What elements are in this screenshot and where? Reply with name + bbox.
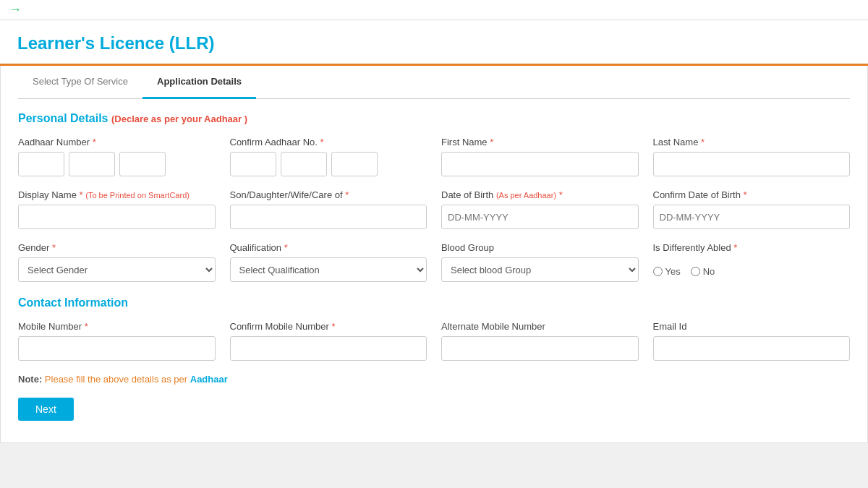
dob-group: Date of Birth (As per Aadhaar) * (441, 189, 639, 229)
tab-bar: Select Type Of Service Application Detai… (18, 66, 850, 99)
aadhaar-number-label: Aadhaar Number * (18, 137, 216, 147)
confirm-dob-input[interactable] (653, 205, 851, 229)
aadhaar-link: Aadhaar (190, 374, 228, 385)
son-daughter-label: Son/Daughter/Wife/Care of * (230, 189, 427, 200)
note-section: Note: Please fill the above details as p… (18, 374, 850, 385)
aadhaar-part1[interactable] (18, 152, 64, 176)
aadhaar-number-group: Aadhaar Number * (18, 137, 216, 176)
gender-select[interactable]: Select Gender Male Female Transgender (18, 257, 216, 282)
contact-info-title: Contact Information (18, 296, 850, 309)
confirm-aadhaar-input-group (230, 152, 427, 176)
confirm-dob-group: Confirm Date of Birth * (653, 189, 851, 229)
form-row-contact: Mobile Number * Confirm Mobile Number * … (18, 321, 850, 361)
differently-abled-yes[interactable]: Yes (653, 266, 681, 277)
dob-input[interactable] (441, 205, 639, 229)
alternate-mobile-label: Alternate Mobile Number (441, 321, 639, 332)
next-button[interactable]: Next (18, 398, 74, 421)
last-name-input[interactable] (653, 152, 851, 176)
son-daughter-group: Son/Daughter/Wife/Care of * (230, 189, 427, 229)
confirm-aadhaar-part1[interactable] (230, 152, 276, 176)
confirm-dob-label: Confirm Date of Birth * (653, 189, 851, 200)
mobile-number-group: Mobile Number * (18, 321, 216, 361)
last-name-label: Last Name * (653, 137, 851, 147)
logo-icon: → (9, 2, 22, 17)
qualification-label: Qualification * (230, 242, 427, 253)
page-title: Learner's Licence (LLR) (17, 33, 851, 53)
confirm-aadhaar-part2[interactable] (281, 152, 327, 176)
blood-group-label: Blood Group (441, 242, 639, 253)
personal-details-title: Personal Details (Declare as per your Aa… (18, 112, 850, 125)
confirm-mobile-input[interactable] (230, 336, 427, 361)
confirm-aadhaar-label: Confirm Aadhaar No. * (230, 137, 427, 147)
dob-label: Date of Birth (As per Aadhaar) * (441, 189, 639, 200)
blood-group-select[interactable]: Select blood Group A+ A- B+ B- O+ O- AB+… (441, 257, 639, 282)
email-group: Email Id (653, 321, 851, 361)
mobile-number-label: Mobile Number * (18, 321, 216, 332)
confirm-mobile-label: Confirm Mobile Number * (230, 321, 427, 332)
aadhaar-part3[interactable] (119, 152, 166, 176)
aadhaar-part2[interactable] (69, 152, 115, 176)
tab-application-details[interactable]: Application Details (142, 66, 256, 99)
aadhaar-input-group (18, 152, 216, 176)
mobile-number-input[interactable] (18, 336, 216, 361)
differently-abled-radio-group: Yes No (653, 259, 851, 283)
confirm-aadhaar-part3[interactable] (331, 152, 378, 176)
display-name-input[interactable] (18, 205, 216, 229)
email-input[interactable] (653, 336, 851, 361)
differently-abled-no[interactable]: No (691, 266, 715, 277)
gender-group: Gender * Select Gender Male Female Trans… (18, 242, 216, 283)
first-name-input[interactable] (441, 152, 639, 176)
form-row-2: Display Name * (To be Printed on SmartCa… (18, 189, 850, 229)
first-name-group: First Name * (441, 137, 639, 176)
alternate-mobile-input[interactable] (441, 336, 639, 361)
tab-select-service[interactable]: Select Type Of Service (18, 66, 142, 99)
gender-label: Gender * (18, 242, 216, 253)
confirm-aadhaar-group: Confirm Aadhaar No. * (230, 137, 427, 176)
qualification-group: Qualification * Select Qualification 8th… (230, 242, 427, 283)
son-daughter-input[interactable] (230, 205, 427, 229)
alternate-mobile-group: Alternate Mobile Number (441, 321, 639, 361)
last-name-group: Last Name * (653, 137, 851, 176)
form-row-3: Gender * Select Gender Male Female Trans… (18, 242, 850, 283)
email-label: Email Id (653, 321, 851, 332)
differently-abled-group: Is Differently Abled * Yes No (653, 242, 851, 283)
differently-abled-label: Is Differently Abled * (653, 242, 851, 253)
display-name-group: Display Name * (To be Printed on SmartCa… (18, 189, 216, 229)
qualification-select[interactable]: Select Qualification 8th Pass 10th Pass … (230, 257, 427, 282)
form-row-1: Aadhaar Number * Confirm Aadhaar No. * (18, 137, 850, 176)
display-name-label: Display Name * (To be Printed on SmartCa… (18, 189, 216, 200)
first-name-label: First Name * (441, 137, 639, 147)
blood-group-group: Blood Group Select blood Group A+ A- B+ … (441, 242, 639, 283)
confirm-mobile-group: Confirm Mobile Number * (230, 321, 427, 361)
